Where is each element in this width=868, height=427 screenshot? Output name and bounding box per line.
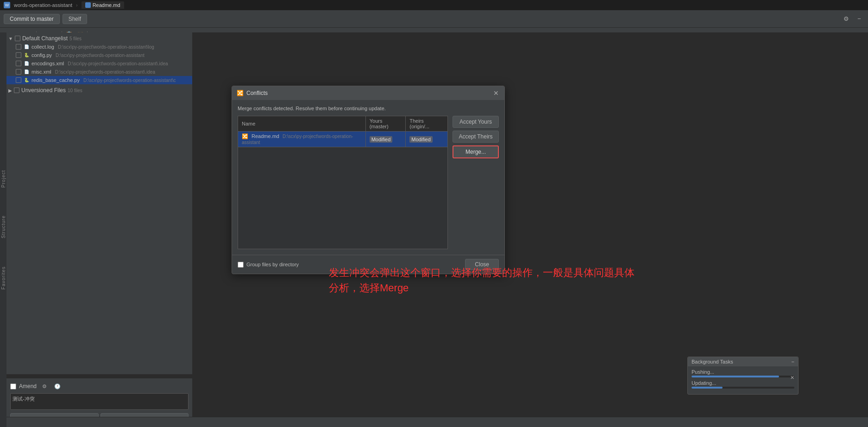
changelist-checkbox[interactable] xyxy=(15,36,20,41)
row-yours-status: Modified xyxy=(365,132,406,147)
row-theirs-status: Modified xyxy=(406,132,448,147)
table-row[interactable]: 🔀 Readme.md D:\scx\py-project\words-oper… xyxy=(238,132,448,147)
bg-tasks-header: Background Tasks − xyxy=(688,357,798,366)
file-checkbox[interactable] xyxy=(16,61,21,66)
file-checkbox[interactable] xyxy=(16,69,21,75)
file-merge-icon: 🔀 xyxy=(242,133,248,139)
minimize-icon[interactable]: − xyxy=(854,14,864,24)
amend-row: Amend ⚙ 🕐 xyxy=(10,381,189,391)
file-item-misc-xml[interactable]: 📄 misc.xml D:\scx\py-project\words-opera… xyxy=(6,68,192,76)
file-item-config-py[interactable]: 🐍 config.py D:\scx\py-project\words-oper… xyxy=(6,51,192,59)
arrow-icon2: ▶ xyxy=(8,88,12,93)
dialog-body: Merge conflicts detected. Resolve them b… xyxy=(232,100,504,255)
group-by-dir-row: Group files by directory xyxy=(238,262,299,268)
app-icon: W xyxy=(4,2,10,8)
pushing-cancel-icon[interactable]: ✕ xyxy=(790,375,794,381)
accept-yours-button[interactable]: Accept Yours xyxy=(453,116,499,128)
py-file-icon2: 🐍 xyxy=(23,77,30,83)
file-name: config.py xyxy=(31,52,52,58)
accept-theirs-button[interactable]: Accept Theirs xyxy=(453,131,499,143)
structure-label[interactable]: Structure xyxy=(1,215,6,239)
theirs-status-badge: Modified xyxy=(409,136,433,143)
tab-name: Readme.md xyxy=(93,2,120,8)
group-by-dir-label: Group files by directory xyxy=(246,262,299,267)
conflicts-title: Conflicts xyxy=(246,90,268,96)
file-path: D:\scx\py-project\words-operation-assist… xyxy=(55,69,155,75)
amend-history-icon[interactable]: 🕐 xyxy=(52,381,63,391)
file-path: D:\scx\py-project\words-operation-assist… xyxy=(58,44,154,50)
dialog-close-button[interactable]: Close xyxy=(465,259,499,270)
conflict-table-wrapper: Name Yours (master) Theirs (origin/... 🔀… xyxy=(238,116,448,249)
dialog-title-bar[interactable]: 🔀 Conflicts ✕ xyxy=(232,86,504,100)
file-icon xyxy=(85,2,91,8)
file-name: misc.xml xyxy=(31,69,51,75)
amend-label: Amend xyxy=(19,383,37,389)
tab-separator: › xyxy=(76,2,78,8)
dialog-title-text: 🔀 Conflicts xyxy=(237,90,268,96)
task-pushing: Pushing... xyxy=(692,369,794,375)
unversioned-checkbox[interactable] xyxy=(14,88,19,93)
readme-tab[interactable]: Readme.md xyxy=(82,1,124,9)
dialog-content: Name Yours (master) Theirs (origin/... 🔀… xyxy=(238,116,499,249)
updating-progress-wrapper xyxy=(692,387,794,389)
unversioned-label: Unversioned Files xyxy=(21,87,66,94)
favorites-label[interactable]: Favorites xyxy=(1,266,6,289)
amend-checkbox[interactable] xyxy=(10,383,16,389)
file-checkbox[interactable] xyxy=(16,77,21,83)
far-left-panel: Project Structure Favorites xyxy=(0,32,6,427)
title-bar: W words-operation-assistant › Readme.md xyxy=(0,0,868,10)
changelist-count: 5 files xyxy=(69,36,82,41)
file-path: D:\scx\py-project\words-operation-assist… xyxy=(56,53,145,58)
merge-button[interactable]: Merge... xyxy=(453,145,499,158)
shelf-button[interactable]: Shelf xyxy=(63,14,87,24)
col-yours: Yours (master) xyxy=(365,116,406,132)
dialog-close-icon[interactable]: ✕ xyxy=(492,89,500,97)
unversioned-count: 10 files xyxy=(68,88,82,93)
top-bar: Commit to master Shelf ⚙ − xyxy=(0,10,868,28)
xml-file-icon2: 📄 xyxy=(23,69,30,75)
yours-status-badge: Modified xyxy=(370,136,393,143)
file-checkbox[interactable] xyxy=(16,44,21,50)
pushing-label: Pushing... xyxy=(692,369,714,375)
left-panel: ▼ Default Changelist 5 files 📄 collect.l… xyxy=(6,32,192,427)
project-label[interactable]: Project xyxy=(1,170,6,188)
unversioned-files-header[interactable]: ▶ Unversioned Files 10 files xyxy=(6,86,192,94)
table-empty-area xyxy=(238,147,448,249)
bg-tasks-body: Pushing... ✕ Updating... xyxy=(688,366,798,394)
file-path: D:\scx\py-project\words-operation-assist… xyxy=(68,61,168,66)
pushing-progress-wrapper: ✕ xyxy=(692,376,794,377)
col-theirs: Theirs (origin/... xyxy=(406,116,448,132)
bg-tasks-minimize-icon[interactable]: − xyxy=(792,359,794,364)
col-name: Name xyxy=(238,116,366,132)
row-name: 🔀 Readme.md D:\scx\py-project\words-oper… xyxy=(238,132,366,147)
updating-label: Updating... xyxy=(692,380,716,386)
default-changelist-header[interactable]: ▼ Default Changelist 5 files xyxy=(6,34,192,43)
row-filename: Readme.md xyxy=(252,133,279,139)
file-item-redis-cache[interactable]: 🐍 redis_base_cache.py D:\scx\py-project\… xyxy=(6,76,192,84)
amend-settings-icon[interactable]: ⚙ xyxy=(39,381,50,391)
file-name: encodings.xml xyxy=(31,61,64,66)
py-file-icon: 🐍 xyxy=(23,52,30,58)
file-checkbox[interactable] xyxy=(16,52,21,58)
commit-message-input[interactable]: 测试-冲突 xyxy=(10,393,189,410)
file-tree: ▼ Default Changelist 5 files 📄 collect.l… xyxy=(6,32,192,374)
updating-progress-bar xyxy=(692,387,723,389)
app-name: words-operation-assistant xyxy=(14,2,72,8)
file-item-encodings-xml[interactable]: 📄 encodings.xml D:\scx\py-project\words-… xyxy=(6,59,192,68)
xml-file-icon: 📄 xyxy=(23,60,30,67)
file-name: collect.log xyxy=(31,44,54,50)
log-file-icon: 📄 xyxy=(23,44,30,50)
file-path: D:\scx\py-project\words-operation-assist… xyxy=(83,78,176,83)
group-by-dir-checkbox[interactable] xyxy=(238,262,244,268)
settings-icon[interactable]: ⚙ xyxy=(841,14,851,24)
status-bar xyxy=(0,417,868,427)
changelist-label: Default Changelist xyxy=(22,35,68,42)
dialog-footer: Group files by directory Close xyxy=(232,255,504,274)
conflicts-icon: 🔀 xyxy=(237,90,244,96)
task-updating: Updating... xyxy=(692,380,794,386)
commit-to-master-button[interactable]: Commit to master xyxy=(4,14,60,24)
horizontal-scrollbar[interactable] xyxy=(6,374,192,378)
conflict-table: Name Yours (master) Theirs (origin/... 🔀… xyxy=(238,116,448,147)
file-item-collect-log[interactable]: 📄 collect.log D:\scx\py-project\words-op… xyxy=(6,43,192,51)
pushing-progress-bar xyxy=(692,376,779,377)
